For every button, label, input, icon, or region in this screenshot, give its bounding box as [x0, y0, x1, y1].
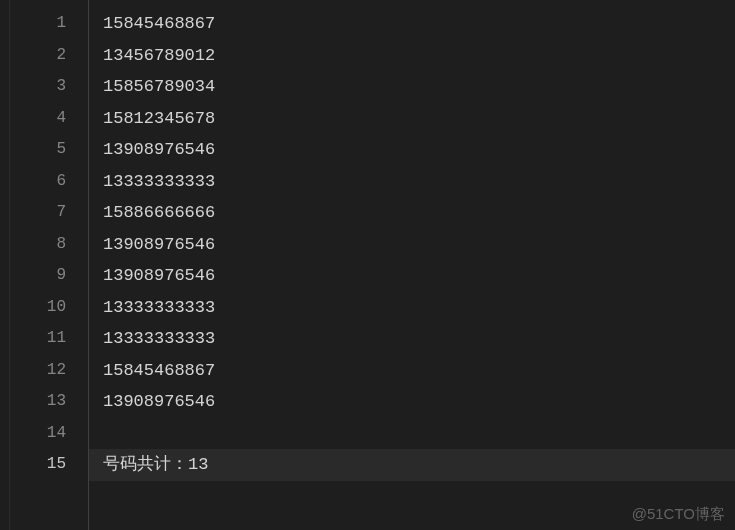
code-content-area[interactable]: 1584546886713456789012158567890341581234…	[88, 0, 735, 530]
code-line[interactable]: 13908976546	[89, 134, 735, 166]
line-number: 1	[10, 8, 88, 40]
watermark-text: @51CTO博客	[632, 505, 725, 524]
code-line[interactable]: 13908976546	[89, 260, 735, 292]
code-line[interactable]: 号码共计：13	[89, 449, 735, 481]
code-line[interactable]: 15886666666	[89, 197, 735, 229]
code-line[interactable]: 13456789012	[89, 40, 735, 72]
line-number: 13	[10, 386, 88, 418]
code-line[interactable]: 15812345678	[89, 103, 735, 135]
line-number: 9	[10, 260, 88, 292]
code-line[interactable]: 13333333333	[89, 323, 735, 355]
line-number: 3	[10, 71, 88, 103]
code-line[interactable]: 13333333333	[89, 166, 735, 198]
code-line[interactable]: 13908976546	[89, 386, 735, 418]
line-number-gutter: 123456789101112131415	[10, 0, 88, 530]
code-line[interactable]: 15856789034	[89, 71, 735, 103]
line-number: 10	[10, 292, 88, 324]
line-number: 2	[10, 40, 88, 72]
left-margin	[0, 0, 10, 530]
line-number: 8	[10, 229, 88, 261]
code-line[interactable]: 15845468867	[89, 8, 735, 40]
line-number: 4	[10, 103, 88, 135]
code-line[interactable]: 13908976546	[89, 229, 735, 261]
line-number: 7	[10, 197, 88, 229]
code-line[interactable]: 15845468867	[89, 355, 735, 387]
line-number: 11	[10, 323, 88, 355]
code-line[interactable]	[89, 418, 735, 450]
line-number: 15	[10, 449, 88, 481]
line-number: 12	[10, 355, 88, 387]
editor-container: 123456789101112131415 158454688671345678…	[0, 0, 735, 530]
line-number: 6	[10, 166, 88, 198]
line-number: 5	[10, 134, 88, 166]
line-number: 14	[10, 418, 88, 450]
code-line[interactable]: 13333333333	[89, 292, 735, 324]
